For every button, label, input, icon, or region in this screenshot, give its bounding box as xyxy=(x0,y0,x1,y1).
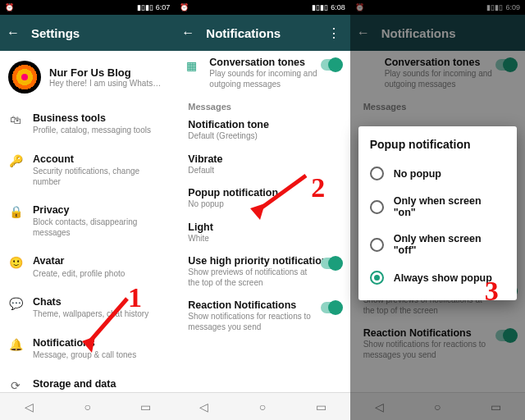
row-high-priority[interactable]: Use high priority notificationsShow prev… xyxy=(175,249,349,294)
option-no-popup[interactable]: No popup xyxy=(370,159,505,188)
screen-notifications: ⏰ ▮▯▮▯6:08 ← Notifications ⋮ ▦ Conversat… xyxy=(175,0,349,420)
status-time: 6:08 xyxy=(331,3,345,11)
more-icon[interactable]: ⋮ xyxy=(324,25,344,41)
qr-icon: ▦ xyxy=(186,59,199,72)
option-screen-on[interactable]: Only when screen "on" xyxy=(370,188,505,226)
status-time: 6:07 xyxy=(156,3,171,11)
section-messages: Messages xyxy=(350,95,525,113)
key-icon: 🔑 xyxy=(8,154,23,167)
nav-back-icon[interactable]: ◁ xyxy=(22,399,37,414)
toggle-reactions xyxy=(495,330,517,341)
row-privacy[interactable]: 🔒PrivacyBlock contacts, disappearing mes… xyxy=(0,195,175,246)
nav-recent-icon[interactable]: ▭ xyxy=(313,399,328,414)
page-title: Notifications xyxy=(206,26,281,40)
radio-icon xyxy=(370,238,384,252)
shop-icon: 🛍 xyxy=(8,113,23,126)
nav-back-icon[interactable]: ◁ xyxy=(197,399,212,414)
lock-icon: 🔒 xyxy=(8,205,23,218)
bell-icon: 🔔 xyxy=(8,338,23,351)
nav-home-icon[interactable]: ○ xyxy=(80,399,95,414)
option-screen-off[interactable]: Only when screen "off" xyxy=(370,226,505,263)
popup-notification-dialog: Popup notification No popup Only when sc… xyxy=(358,126,517,300)
screen-popup-dialog: ⏰ ▮▯▮▯6:09 ← Notifications Conversation … xyxy=(350,0,525,420)
row-vibrate[interactable]: VibrateDefault xyxy=(175,148,349,182)
row-business-tools[interactable]: 🛍Business toolsProfile, catalog, messagi… xyxy=(0,103,175,144)
signal-icon: ▮▯▮▯ xyxy=(486,4,503,11)
dialog-title: Popup notification xyxy=(370,138,505,151)
alarm-icon: ⏰ xyxy=(5,3,14,11)
status-bar: ⏰ ▮▯▮▯6:09 xyxy=(350,0,525,15)
signal-icon: ▮▯▮▯ xyxy=(312,4,328,11)
status-time: 6:09 xyxy=(505,3,520,11)
avatar xyxy=(8,61,41,94)
header-bar: ← Notifications xyxy=(350,15,525,51)
toggle-high-priority[interactable] xyxy=(321,258,342,269)
header-bar: ← Settings xyxy=(0,15,175,51)
toggle-conversation-tones[interactable] xyxy=(321,59,342,71)
row-light[interactable]: LightWhite xyxy=(175,216,349,250)
nav-home-icon[interactable]: ○ xyxy=(430,399,445,414)
row-account[interactable]: 🔑AccountSecurity notifications, change n… xyxy=(0,144,175,195)
row-popup-notification[interactable]: Popup notificationNo popup xyxy=(175,181,349,216)
row-avatar[interactable]: 🙂AvatarCreate, edit, profile photo xyxy=(0,246,175,287)
row-conversation-tones: Conversation tones Play sounds for incom… xyxy=(350,51,525,95)
profile-row[interactable]: Nur For Us Blog Hey there! I am using Wh… xyxy=(0,51,175,103)
back-icon[interactable]: ← xyxy=(7,25,20,40)
toggle-conversation-tones xyxy=(495,59,517,71)
profile-name: Nur For Us Blog xyxy=(49,66,161,79)
row-reaction-notifications[interactable]: Reaction NotificationsShow notifications… xyxy=(175,294,349,338)
profile-status: Hey there! I am using Whats… xyxy=(49,79,161,88)
nav-recent-icon[interactable]: ▭ xyxy=(139,399,153,414)
section-messages: Messages xyxy=(175,95,349,113)
alarm-icon: ⏰ xyxy=(180,3,189,11)
header-bar: ← Notifications ⋮ xyxy=(175,15,349,51)
system-navbar: ◁ ○ ▭ xyxy=(0,392,175,420)
alarm-icon: ⏰ xyxy=(355,3,364,11)
row-conversation-tones[interactable]: ▦ Conversation tones Play sounds for inc… xyxy=(175,51,349,95)
back-icon[interactable]: ← xyxy=(181,25,194,40)
settings-content: Nur For Us Blog Hey there! I am using Wh… xyxy=(0,51,175,392)
row-notifications[interactable]: 🔔NotificationsMessage, group & call tone… xyxy=(0,328,175,369)
chat-icon: 💬 xyxy=(8,297,23,310)
radio-icon xyxy=(370,200,384,214)
system-navbar: ◁ ○ ▭ xyxy=(350,392,525,420)
screen-settings: ⏰ ▮▯▮▯6:07 ← Settings Nur For Us Blog He… xyxy=(0,0,175,420)
row-notification-tone[interactable]: Notification toneDefault (Greetings) xyxy=(175,113,349,148)
status-bar: ⏰ ▮▯▮▯6:07 xyxy=(0,0,175,15)
option-always-show[interactable]: Always show popup xyxy=(370,263,505,292)
notifications-content: ▦ Conversation tones Play sounds for inc… xyxy=(175,51,349,392)
page-title: Settings xyxy=(31,26,80,40)
row-storage[interactable]: ⟳Storage and dataNetwork usage, auto-dow… xyxy=(0,369,175,393)
face-icon: 🙂 xyxy=(8,256,23,269)
row-reaction-notifications: Reaction NotificationsShow notifications… xyxy=(350,322,525,366)
page-title: Notifications xyxy=(381,26,456,40)
system-navbar: ◁ ○ ▭ xyxy=(175,392,349,420)
toggle-reactions[interactable] xyxy=(321,302,342,313)
nav-recent-icon[interactable]: ▭ xyxy=(488,399,503,414)
signal-icon: ▮▯▮▯ xyxy=(137,4,153,11)
row-chats[interactable]: 💬ChatsTheme, wallpapers, chat history xyxy=(0,287,175,328)
data-icon: ⟳ xyxy=(8,379,23,392)
status-bar: ⏰ ▮▯▮▯6:08 xyxy=(175,0,349,15)
radio-icon-selected xyxy=(370,271,384,285)
radio-icon xyxy=(370,167,384,180)
nav-home-icon[interactable]: ○ xyxy=(255,399,270,414)
nav-back-icon[interactable]: ◁ xyxy=(372,399,386,414)
back-icon[interactable]: ← xyxy=(357,25,370,40)
